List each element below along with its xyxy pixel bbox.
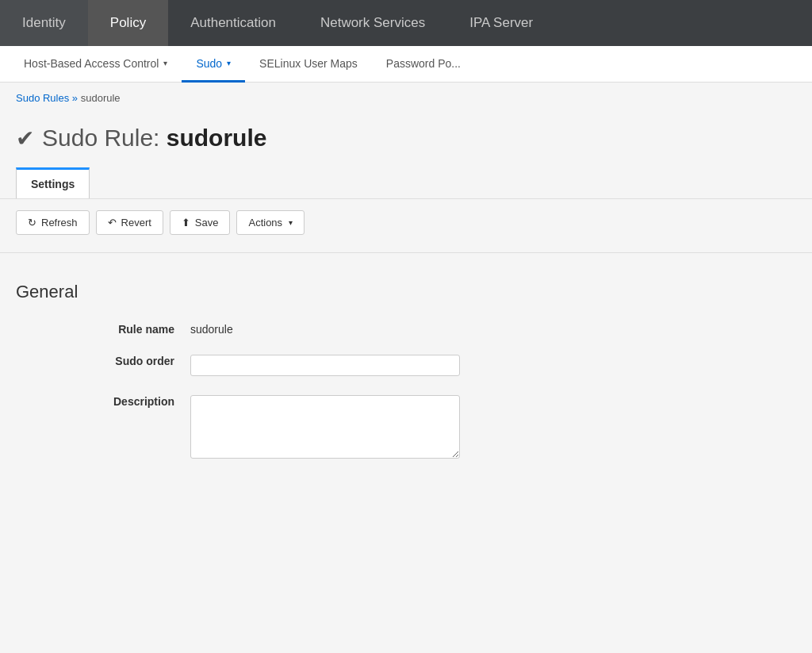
page-title-check-icon: ✔ [16,125,34,152]
nav-item-ipa-server[interactable]: IPA Server [447,0,555,46]
sub-nav: Host-Based Access Control ▾ Sudo ▾ SELin… [0,46,812,83]
actions-label: Actions [248,217,282,229]
subnav-password[interactable]: Password Po... [372,46,475,83]
content-area: General Rule name sudorule Sudo order De… [0,266,812,491]
nav-item-identity[interactable]: Identity [0,0,88,46]
subnav-hbac-label: Host-Based Access Control [24,57,159,70]
rule-name-value: sudorule [190,318,796,336]
action-bar: ↻ Refresh ↶ Revert ⬆ Save Actions ▾ [0,199,812,246]
nav-item-network-services[interactable]: Network Services [298,0,447,46]
subnav-selinux[interactable]: SELinux User Maps [245,46,372,83]
description-value [190,390,796,461]
save-label: Save [195,217,219,229]
actions-chevron-icon: ▾ [289,218,293,227]
section-general-title: General [16,282,796,302]
form-row-description: Description [16,390,796,461]
page-title-area: ✔ Sudo Rule: sudorule [0,113,812,167]
refresh-button[interactable]: ↻ Refresh [16,210,90,235]
nav-item-policy[interactable]: Policy [88,0,168,46]
rule-name-label: Rule name [16,318,190,336]
refresh-icon: ↻ [28,217,36,229]
page-title: Sudo Rule: sudorule [42,125,266,152]
top-nav: Identity Policy Authentication Network S… [0,0,812,46]
actions-button[interactable]: Actions ▾ [236,210,304,235]
form-row-rule-name: Rule name sudorule [16,318,796,336]
breadcrumb-current: sudorule [81,92,121,104]
save-icon: ⬆ [182,217,190,229]
nav-item-authentication[interactable]: Authentication [168,0,298,46]
form-row-sudo-order: Sudo order [16,350,796,376]
chevron-down-icon: ▾ [163,59,167,67]
breadcrumb: Sudo Rules » sudorule [0,83,812,113]
sudo-order-input[interactable] [190,355,460,376]
subnav-selinux-label: SELinux User Maps [259,57,358,70]
revert-icon: ↶ [108,217,117,229]
page-title-name: sudorule [167,125,267,151]
breadcrumb-separator: » [72,92,78,104]
sudo-order-label: Sudo order [16,350,190,367]
subnav-password-label: Password Po... [386,57,461,70]
description-label: Description [16,390,190,408]
sudo-order-value [190,350,796,376]
subnav-hbac[interactable]: Host-Based Access Control ▾ [10,46,182,83]
breadcrumb-parent[interactable]: Sudo Rules [16,92,69,104]
save-button[interactable]: ⬆ Save [170,210,231,235]
revert-label: Revert [121,217,151,229]
chevron-down-icon-sudo: ▾ [227,59,231,67]
subnav-sudo-label: Sudo [196,57,222,70]
page-title-prefix: Sudo Rule: [42,125,159,151]
subnav-sudo[interactable]: Sudo ▾ [182,46,245,83]
tab-settings[interactable]: Settings [16,167,90,198]
revert-button[interactable]: ↶ Revert [96,210,163,235]
refresh-label: Refresh [41,217,78,229]
settings-tabs: Settings [0,167,812,199]
description-textarea[interactable] [190,395,460,459]
